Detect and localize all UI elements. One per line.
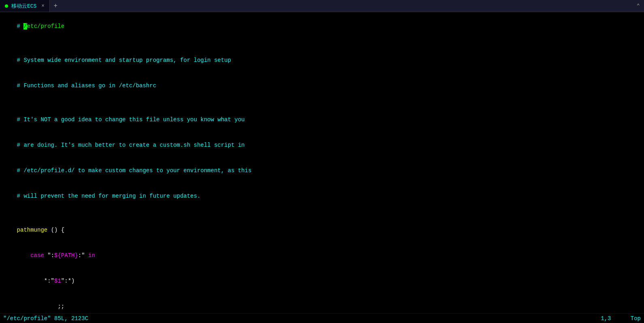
code-line-6: # It's NOT a good idea to change this fi… <box>3 107 641 133</box>
code-line-5 <box>3 99 641 107</box>
status-file-info: "/etc/profile" 85L, 2123C <box>3 315 88 322</box>
code-line-14: ;; <box>3 294 641 313</box>
code-line-11: pathmunge () { <box>3 217 641 243</box>
scroll-icon: ⌃ <box>633 2 644 9</box>
code-line-2 <box>3 39 641 48</box>
code-line-9: # will prevent the need for merging in f… <box>3 184 641 209</box>
code-line-1: # /etc/profile <box>3 14 641 39</box>
code-line-4: # Functions and aliases go in /etc/bashr… <box>3 73 641 99</box>
tab-bar: 移动云ECS × + ⌃ <box>0 0 644 12</box>
code-line-10 <box>3 209 641 217</box>
status-position: 1,3 Top <box>601 315 641 322</box>
status-bar: "/etc/profile" 85L, 2123C 1,3 Top <box>0 313 644 323</box>
code-line-13: *:"$1":*) <box>3 268 641 294</box>
code-line-12: case ":${PATH}:" in <box>3 243 641 268</box>
tab-status-dot <box>5 4 8 8</box>
editor-area[interactable]: # /etc/profile # System wide environment… <box>0 12 644 313</box>
active-tab[interactable]: 移动云ECS × <box>0 0 50 12</box>
code-line-3: # System wide environment and startup pr… <box>3 48 641 73</box>
code-line-8: # /etc/profile.d/ to make custom changes… <box>3 158 641 184</box>
code-line-7: # are doing. It's much better to create … <box>3 133 641 158</box>
close-tab-button[interactable]: × <box>41 3 44 9</box>
tab-label: 移动云ECS <box>11 2 36 10</box>
new-tab-button[interactable]: + <box>50 0 62 12</box>
